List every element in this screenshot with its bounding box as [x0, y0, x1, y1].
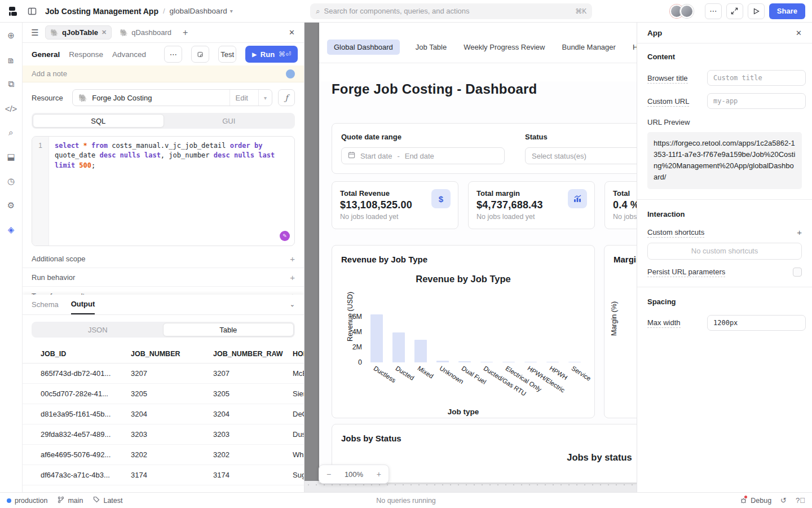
table-row[interactable]: df647a3c-a71c-4b3...31743174Sugiyama [23, 465, 304, 485]
status-select[interactable]: Select status(es) [525, 147, 637, 164]
plus-icon[interactable]: + [290, 273, 295, 282]
app-tab-global-dashboard[interactable]: Global Dashboard [327, 40, 400, 55]
section-run-behavior[interactable]: Run behavior+ [23, 268, 304, 287]
table-row[interactable]: 29fda832-4e57-489...32033203Dushay [23, 424, 304, 445]
kpi-card[interactable]: Total0.4 %No jobs loaded yet% [604, 181, 637, 229]
environment-selector[interactable]: production [7, 497, 47, 505]
toggle-table[interactable]: Table [163, 323, 294, 336]
code-area[interactable]: select * from costs_manual.v_jc_job_deta… [49, 137, 294, 246]
app-tab-weekly-progress-review[interactable]: Weekly Progress Review [462, 40, 546, 55]
column-header[interactable]: HOMEOWNER [293, 350, 304, 358]
bar-ductless[interactable] [370, 314, 383, 362]
components-icon[interactable]: ⧉ [5, 78, 17, 90]
collapse-output-icon[interactable]: ⌄ [290, 301, 295, 308]
breadcrumb-page[interactable]: globalDashboard [170, 7, 227, 15]
settings-gear-icon[interactable]: ⚙ [5, 199, 17, 212]
persist-url-checkbox[interactable] [793, 268, 802, 277]
output-tab-schema[interactable]: Schema [32, 295, 59, 314]
app-canvas[interactable]: Global DashboardJob TableWeekly Progress… [304, 23, 637, 492]
fx-button[interactable]: ƒ [278, 89, 295, 106]
kpi-card[interactable]: Total Revenue$13,108,525.00No jobs loade… [332, 181, 458, 229]
revenue-card-heading: Revenue by Job Type [341, 255, 585, 264]
history-icon[interactable]: ◷ [5, 175, 17, 187]
output-tab-output[interactable]: Output [71, 295, 95, 314]
app-frame: Global DashboardJob TableWeekly Progress… [319, 23, 637, 483]
table-row[interactable]: d81e3a95-f161-45b...32043204DeGooy [23, 404, 304, 424]
sql-code-editor[interactable]: 1 select * from costs_manual.v_jc_job_de… [32, 136, 295, 246]
custom-url-input[interactable] [707, 93, 806, 109]
query-mode-tab-response[interactable]: Response [69, 50, 103, 59]
run-button[interactable]: ▶ Run ⌘⏎ [245, 46, 298, 63]
query-list-menu-icon[interactable]: ☰ [28, 28, 42, 38]
query-tab-qJobTable[interactable]: 🐘qJobTable✕ [45, 25, 112, 40]
query-mode-tab-advanced[interactable]: Advanced [112, 50, 146, 59]
line-number: 1 [38, 142, 42, 150]
app-name[interactable]: Job Costing Management App [45, 7, 158, 16]
pages-icon[interactable]: 🗈 [5, 54, 17, 66]
table-row[interactable]: 865f743d-db72-401...32073207McEvoy [23, 364, 304, 384]
browser-title-input[interactable] [707, 70, 806, 86]
app-page-title[interactable]: Forge Job Costing - Dashboard [332, 81, 637, 97]
query-notes-button[interactable] [191, 46, 209, 63]
app-tab-hubspot[interactable]: HubSpot [632, 40, 637, 55]
help-icon[interactable]: ?⃝ [796, 496, 805, 505]
chevron-down-icon[interactable]: ▾ [258, 90, 272, 106]
column-header[interactable]: JOB_NUMBER_RAW [213, 350, 293, 358]
zoom-out-button[interactable]: − [326, 470, 331, 479]
kpi-card[interactable]: Total margin$4,737,688.43No jobs loaded … [468, 181, 595, 229]
close-panel-icon[interactable]: ✕ [285, 28, 298, 37]
close-icon[interactable]: ✕ [796, 29, 802, 37]
breadcrumb-separator: / [163, 7, 165, 15]
note-bar[interactable]: Add a note [23, 65, 304, 82]
table-cell: 3203 [213, 430, 293, 439]
toolbox-icon[interactable]: ⬓ [5, 151, 17, 163]
table-row[interactable]: af6e4695-5076-492...32023202White [23, 445, 304, 465]
preview-play-button[interactable] [748, 3, 765, 19]
column-header[interactable]: JOB_ID [41, 350, 131, 358]
zoom-level[interactable]: 100% [345, 470, 363, 479]
query-result-table: JOB_IDJOB_NUMBERJOB_NUMBER_RAWHOMEOWNER … [23, 344, 304, 492]
comment-pin-icon[interactable] [286, 69, 295, 78]
add-circle-icon[interactable]: ⊕ [5, 29, 17, 42]
search-input[interactable] [324, 7, 572, 15]
zoom-in-button[interactable]: + [377, 470, 381, 479]
global-search[interactable]: ⌕ ⌘K [310, 3, 592, 19]
toggle-gui[interactable]: GUI [164, 114, 294, 128]
branch-selector[interactable]: main [58, 496, 83, 505]
code-icon[interactable]: </> [5, 102, 17, 115]
release-selector[interactable]: Latest [93, 496, 122, 505]
column-header[interactable]: JOB_NUMBER [131, 350, 213, 358]
bar-mixed[interactable] [414, 340, 427, 362]
query-tab-qDashboard[interactable]: 🐘qDashboard [115, 26, 176, 39]
query-more-button[interactable]: ⋯ [164, 46, 182, 63]
section-transform-results[interactable]: Transform results+ [23, 287, 304, 295]
expand-fullscreen-button[interactable] [726, 3, 743, 19]
table-row[interactable]: 00c5d707-282e-41...32053205Siersma [23, 384, 304, 404]
add-shortcut-button[interactable]: + [797, 227, 802, 237]
resource-edit-button[interactable]: Edit [230, 90, 254, 106]
section-additional-scope[interactable]: Additional scope+ [23, 249, 304, 268]
resource-select[interactable]: 🐘 Forge Job Costing Edit ▾ [72, 89, 272, 106]
retool-logo[interactable] [7, 5, 19, 17]
avatar[interactable] [680, 5, 694, 18]
history-icon[interactable]: ↺ [780, 496, 787, 505]
date-range-input[interactable]: Start date - End date [341, 147, 505, 164]
ai-assistant-icon[interactable]: ◈ [5, 224, 17, 236]
search-icon[interactable]: ⌕ [5, 126, 17, 139]
more-options-button[interactable]: ⋯ [705, 3, 722, 19]
app-tab-job-table[interactable]: Job Table [414, 40, 448, 55]
panel-toggle-icon[interactable] [25, 4, 39, 19]
share-button[interactable]: Share [769, 3, 805, 19]
toggle-sql[interactable]: SQL [33, 114, 164, 128]
max-width-input[interactable] [707, 315, 806, 331]
toggle-json[interactable]: JSON [33, 323, 163, 336]
chevron-down-icon[interactable]: ▾ [230, 8, 233, 14]
app-tab-bundle-manager[interactable]: Bundle Manager [561, 40, 616, 55]
new-query-tab-button[interactable]: + [183, 28, 188, 38]
plus-icon[interactable]: + [290, 254, 295, 264]
bar-ducted[interactable] [392, 332, 405, 362]
debug-button[interactable]: Debug [740, 497, 771, 505]
query-mode-tab-general[interactable]: General [32, 50, 60, 59]
test-button[interactable]: Test [218, 46, 236, 63]
close-tab-icon[interactable]: ✕ [102, 29, 107, 36]
